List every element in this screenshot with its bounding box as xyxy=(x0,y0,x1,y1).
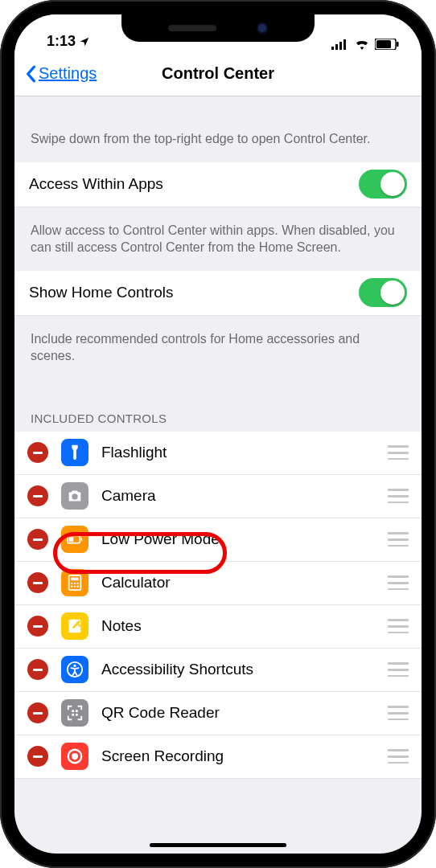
flashlight-icon xyxy=(61,439,88,466)
list-item: Accessibility Shortcuts xyxy=(14,649,422,692)
remove-button[interactable] xyxy=(27,616,48,637)
remove-button[interactable] xyxy=(27,572,48,593)
record-icon xyxy=(61,743,88,770)
cellular-icon xyxy=(331,39,349,50)
drag-handle-icon[interactable] xyxy=(388,532,409,547)
camera-icon xyxy=(61,482,88,510)
svg-point-17 xyxy=(76,586,78,588)
list-item-label: Low Power Mode xyxy=(101,530,220,548)
back-label: Settings xyxy=(39,64,97,83)
svg-rect-1 xyxy=(335,44,338,50)
remove-button[interactable] xyxy=(27,442,48,463)
access-icon xyxy=(61,656,88,683)
battery-icon xyxy=(61,526,88,553)
list-item-label: Screen Recording xyxy=(101,747,224,765)
svg-rect-2 xyxy=(339,42,342,50)
included-controls-list: FlashlightCameraLow Power ModeCalculator… xyxy=(14,432,422,779)
remove-button[interactable] xyxy=(27,702,48,723)
notch xyxy=(121,14,315,42)
svg-rect-6 xyxy=(397,42,399,47)
wifi-icon xyxy=(354,39,370,50)
drag-handle-icon[interactable] xyxy=(388,619,409,633)
svg-point-15 xyxy=(71,586,72,588)
access-within-apps-desc: Allow access to Control Center within ap… xyxy=(14,207,422,271)
nav-bar: Settings Control Center xyxy=(14,51,422,96)
access-within-apps-label: Access Within Apps xyxy=(29,175,163,193)
battery-icon xyxy=(375,39,399,50)
svg-rect-24 xyxy=(76,714,78,716)
drag-handle-icon[interactable] xyxy=(388,575,409,590)
list-item: Flashlight xyxy=(14,432,422,475)
svg-point-12 xyxy=(71,583,72,584)
phone-frame: 1:13 Settings Control Center Swipe down … xyxy=(0,0,436,868)
svg-point-13 xyxy=(74,583,76,584)
svg-rect-8 xyxy=(80,538,82,542)
show-home-controls-row: Show Home Controls xyxy=(14,271,422,316)
list-item: QR Code Reader xyxy=(14,692,422,735)
drag-handle-icon[interactable] xyxy=(388,706,409,720)
list-item: Low Power Mode xyxy=(14,518,422,562)
list-item-label: Flashlight xyxy=(101,444,167,461)
list-item-label: Calculator xyxy=(101,574,171,592)
access-within-apps-toggle[interactable] xyxy=(359,170,407,199)
qr-icon xyxy=(61,699,88,727)
list-item-label: Accessibility Shortcuts xyxy=(101,661,253,678)
remove-button[interactable] xyxy=(27,659,48,680)
list-item-label: Notes xyxy=(101,617,142,635)
list-item: Screen Recording xyxy=(14,735,422,779)
svg-rect-21 xyxy=(72,710,74,713)
svg-rect-23 xyxy=(72,714,74,716)
show-home-controls-label: Show Home Controls xyxy=(29,284,174,301)
svg-rect-22 xyxy=(76,710,78,713)
svg-rect-9 xyxy=(69,538,74,542)
notes-icon xyxy=(61,612,88,640)
remove-button[interactable] xyxy=(27,485,48,506)
show-home-controls-toggle[interactable] xyxy=(359,278,407,307)
svg-rect-3 xyxy=(343,39,346,50)
list-item-label: QR Code Reader xyxy=(101,704,220,722)
remove-button[interactable] xyxy=(27,529,48,550)
svg-rect-5 xyxy=(376,40,391,48)
location-icon xyxy=(79,36,90,47)
list-item: Notes xyxy=(14,605,422,649)
show-home-controls-desc: Include recommended controls for Home ac… xyxy=(14,316,422,379)
svg-point-20 xyxy=(73,665,76,667)
remove-button[interactable] xyxy=(27,746,48,767)
chevron-left-icon xyxy=(24,65,37,83)
drag-handle-icon[interactable] xyxy=(388,489,409,503)
svg-point-14 xyxy=(76,583,78,584)
back-button[interactable]: Settings xyxy=(24,64,97,83)
home-indicator[interactable] xyxy=(150,843,286,847)
screen: 1:13 Settings Control Center Swipe down … xyxy=(14,14,422,854)
svg-point-26 xyxy=(72,753,78,760)
drag-handle-icon[interactable] xyxy=(388,662,409,677)
calc-icon xyxy=(61,569,88,596)
access-within-apps-row: Access Within Apps xyxy=(14,162,422,207)
intro-text: Swipe down from the top-right edge to op… xyxy=(14,96,422,162)
list-item: Camera xyxy=(14,475,422,518)
drag-handle-icon[interactable] xyxy=(388,445,409,460)
drag-handle-icon[interactable] xyxy=(388,749,409,764)
status-time: 1:13 xyxy=(47,33,76,50)
svg-point-16 xyxy=(74,586,76,588)
svg-rect-11 xyxy=(71,578,78,581)
list-item: Calculator xyxy=(14,562,422,605)
svg-rect-0 xyxy=(331,47,334,50)
included-controls-header: INCLUDED CONTROLS xyxy=(14,379,422,432)
list-item-label: Camera xyxy=(101,487,156,505)
